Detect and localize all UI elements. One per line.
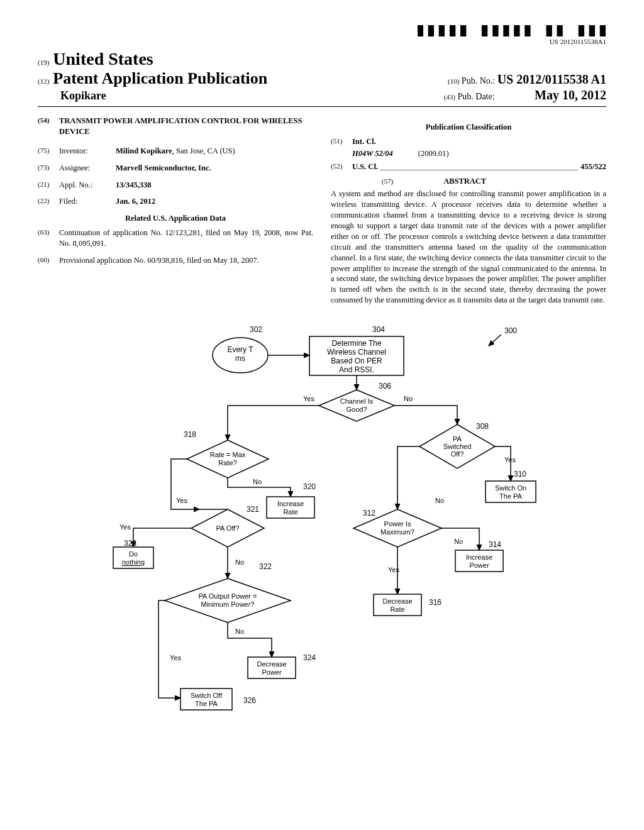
ref-316: 316 (429, 598, 441, 607)
abstract-text: A system and method are disclosed for co… (331, 189, 606, 306)
ref-312: 312 (363, 509, 375, 517)
ref-302: 302 (250, 325, 262, 334)
d308a: PA (453, 435, 462, 443)
yes-322: Yes (170, 654, 181, 661)
ref-306: 306 (379, 382, 391, 390)
b314b: Power (469, 562, 489, 569)
b304a: Determine The (331, 339, 381, 348)
applno-label: Appl. No.: (59, 180, 116, 191)
field-63: (63) (38, 228, 59, 249)
left-column: (54) TRANSMIT POWER AMPLIFICATION CONTRO… (38, 116, 313, 306)
d308c: Off? (451, 450, 464, 458)
classification-head: Publication Classification (331, 122, 606, 133)
field-73: (73) (38, 163, 59, 174)
b324a: Decrease (257, 660, 286, 668)
country: United States (53, 49, 153, 69)
ref-314: 314 (489, 540, 501, 549)
b316b: Rate (390, 606, 404, 613)
ref-324: 324 (303, 653, 316, 662)
d306b: Good? (346, 406, 367, 413)
field-12: (12) (38, 77, 49, 85)
d306a: Channel Is (340, 397, 374, 405)
flowchart: 300 302 Every T ms 304 Determine The Wir… (38, 321, 606, 773)
field-54: (54) (38, 116, 59, 137)
b304b: Wireless Channel (327, 348, 386, 357)
d321: PA Off? (216, 524, 240, 532)
ref-318: 318 (184, 430, 196, 439)
field-75: (75) (38, 146, 59, 157)
field-52: (52) (331, 162, 352, 172)
d318b: Rate? (218, 459, 236, 467)
d312b: Maximum? (380, 528, 414, 536)
b316a: Decrease (382, 597, 412, 605)
inventor-label: Inventor: (59, 146, 116, 157)
continuation: Continuation of application No. 12/123,2… (59, 228, 313, 249)
ref-321: 321 (247, 505, 259, 514)
header: (19) United States (12) Patent Applicati… (38, 49, 606, 102)
b302b: ms (235, 354, 245, 363)
d312a: Power Is (384, 520, 411, 528)
b326a: Switch Off (191, 692, 223, 699)
no-306: No (404, 395, 413, 402)
pubno: US 2012/0115538 A1 (497, 72, 606, 86)
filed-date: Jan. 6, 2012 (116, 196, 313, 207)
assignee: Marvell Semiconductor, Inc. (116, 163, 313, 174)
ref-320: 320 (303, 482, 316, 491)
b323a: Do (129, 550, 138, 558)
filed-label: Filed: (59, 196, 116, 207)
ref-322: 322 (259, 562, 272, 571)
b326b: The PA (195, 700, 218, 707)
yes-308: Yes (504, 456, 516, 463)
provisional: Provisional application No. 60/938,816, … (59, 255, 313, 266)
inventor-name: Milind Kopikare (116, 147, 172, 155)
barcode-label: US 20120115538A1 (418, 38, 606, 45)
b323b: nothing (122, 558, 145, 566)
ref-326: 326 (243, 696, 256, 705)
d308b: Switched (443, 443, 472, 450)
intcl-label: Int. Cl. (352, 136, 376, 147)
author: Kopikare (38, 89, 106, 102)
no-312: No (454, 538, 463, 545)
no-308: No (435, 497, 444, 504)
b320a: Increase (277, 500, 304, 507)
ref-310: 310 (514, 470, 526, 479)
b320b: Rate (283, 508, 297, 516)
field-57: (57) (382, 177, 393, 186)
yes-321-text: Yes (119, 523, 131, 531)
field-10: (10) (448, 77, 459, 85)
applno: 13/345,338 (116, 180, 313, 191)
pubdate-label: Pub. Date: (458, 92, 495, 101)
uscl-label: U.S. Cl. (352, 162, 378, 172)
inventor-loc: , San Jose, CA (US) (172, 147, 235, 155)
yes-318: Yes (176, 497, 187, 504)
d318a: Rate = Max (210, 451, 246, 458)
field-21: (21) (38, 180, 59, 191)
b324b: Power (262, 668, 282, 676)
b314a: Increase (466, 553, 492, 561)
divider (38, 106, 606, 107)
b310a: Switch On (495, 484, 526, 492)
invention-title: TRANSMIT POWER AMPLIFICATION CONTROL FOR… (59, 116, 313, 137)
pubdate: May 10, 2012 (535, 88, 606, 102)
yes-306: Yes (303, 395, 314, 402)
ref-300: 300 (504, 326, 517, 335)
ref-323: 323 (124, 539, 136, 548)
no-321: No (235, 558, 244, 566)
b310b: The PA (499, 492, 523, 500)
intcl-code: H04W 52/04 (352, 148, 393, 159)
pubno-label: Pub. No.: (462, 76, 495, 86)
barcode: ▌▌▌▌▌ ▌▌▌▌▌ ▌▌ ▌▌▌▌ ▌▌▌ ▌▌▌▌ ▌▌▌▌ ▌▌▌ ▌▌… (418, 25, 606, 36)
b304c: Based On PER (331, 357, 382, 365)
dots (380, 162, 578, 170)
b302a: Every T (227, 345, 253, 354)
right-column: Publication Classification (51) Int. Cl.… (331, 116, 606, 306)
b304d: And RSSI. (339, 365, 374, 374)
field-60: (60) (38, 255, 59, 266)
ref-308: 308 (476, 422, 489, 431)
body-columns: (54) TRANSMIT POWER AMPLIFICATION CONTRO… (38, 116, 606, 306)
publication-type: Patent Application Publication (53, 69, 267, 88)
intcl-year: (2009.01) (418, 148, 449, 159)
related-head: Related U.S. Application Data (38, 213, 313, 224)
d322a: PA Output Power = (198, 592, 257, 600)
assignee-label: Assignee: (59, 163, 116, 174)
